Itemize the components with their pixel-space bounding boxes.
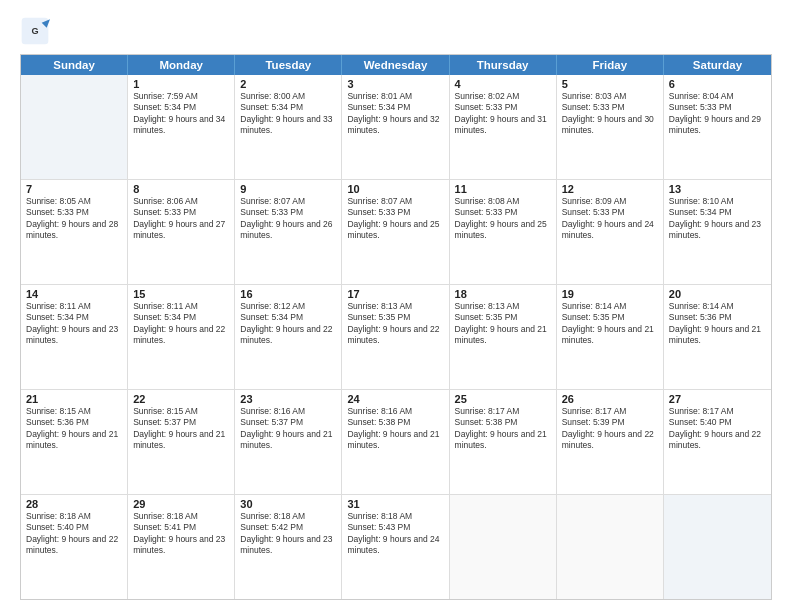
sunrise-text: Sunrise: 8:01 AM xyxy=(347,91,443,102)
calendar-body: 1Sunrise: 7:59 AMSunset: 5:34 PMDaylight… xyxy=(21,75,771,599)
calendar-cell-r4c1: 29Sunrise: 8:18 AMSunset: 5:41 PMDayligh… xyxy=(128,495,235,599)
sunset-text: Sunset: 5:39 PM xyxy=(562,417,658,428)
sunrise-text: Sunrise: 8:11 AM xyxy=(133,301,229,312)
daylight-text: Daylight: 9 hours and 22 minutes. xyxy=(562,429,658,452)
header-day-friday: Friday xyxy=(557,55,664,75)
day-number: 15 xyxy=(133,288,229,300)
daylight-text: Daylight: 9 hours and 28 minutes. xyxy=(26,219,122,242)
svg-text:G: G xyxy=(31,26,38,36)
sunset-text: Sunset: 5:34 PM xyxy=(240,312,336,323)
sunset-text: Sunset: 5:33 PM xyxy=(347,207,443,218)
sunset-text: Sunset: 5:34 PM xyxy=(669,207,766,218)
sunrise-text: Sunrise: 8:02 AM xyxy=(455,91,551,102)
sunset-text: Sunset: 5:42 PM xyxy=(240,522,336,533)
calendar-cell-r1c2: 9Sunrise: 8:07 AMSunset: 5:33 PMDaylight… xyxy=(235,180,342,284)
daylight-text: Daylight: 9 hours and 21 minutes. xyxy=(562,324,658,347)
daylight-text: Daylight: 9 hours and 31 minutes. xyxy=(455,114,551,137)
day-number: 9 xyxy=(240,183,336,195)
daylight-text: Daylight: 9 hours and 21 minutes. xyxy=(240,429,336,452)
calendar-cell-r0c0 xyxy=(21,75,128,179)
sunset-text: Sunset: 5:37 PM xyxy=(240,417,336,428)
day-number: 29 xyxy=(133,498,229,510)
sunrise-text: Sunrise: 8:16 AM xyxy=(347,406,443,417)
sunrise-text: Sunrise: 8:17 AM xyxy=(562,406,658,417)
day-number: 22 xyxy=(133,393,229,405)
sunrise-text: Sunrise: 8:18 AM xyxy=(133,511,229,522)
day-number: 19 xyxy=(562,288,658,300)
sunrise-text: Sunrise: 8:18 AM xyxy=(347,511,443,522)
sunrise-text: Sunrise: 8:05 AM xyxy=(26,196,122,207)
day-number: 4 xyxy=(455,78,551,90)
daylight-text: Daylight: 9 hours and 22 minutes. xyxy=(347,324,443,347)
daylight-text: Daylight: 9 hours and 21 minutes. xyxy=(133,429,229,452)
sunset-text: Sunset: 5:33 PM xyxy=(455,102,551,113)
calendar-cell-r4c0: 28Sunrise: 8:18 AMSunset: 5:40 PMDayligh… xyxy=(21,495,128,599)
sunrise-text: Sunrise: 8:10 AM xyxy=(669,196,766,207)
day-number: 6 xyxy=(669,78,766,90)
day-number: 5 xyxy=(562,78,658,90)
sunrise-text: Sunrise: 8:03 AM xyxy=(562,91,658,102)
header-day-wednesday: Wednesday xyxy=(342,55,449,75)
sunset-text: Sunset: 5:34 PM xyxy=(26,312,122,323)
daylight-text: Daylight: 9 hours and 33 minutes. xyxy=(240,114,336,137)
sunset-text: Sunset: 5:38 PM xyxy=(455,417,551,428)
daylight-text: Daylight: 9 hours and 21 minutes. xyxy=(669,324,766,347)
day-number: 30 xyxy=(240,498,336,510)
calendar-cell-r0c1: 1Sunrise: 7:59 AMSunset: 5:34 PMDaylight… xyxy=(128,75,235,179)
daylight-text: Daylight: 9 hours and 30 minutes. xyxy=(562,114,658,137)
calendar: SundayMondayTuesdayWednesdayThursdayFrid… xyxy=(20,54,772,600)
day-number: 27 xyxy=(669,393,766,405)
daylight-text: Daylight: 9 hours and 24 minutes. xyxy=(562,219,658,242)
sunset-text: Sunset: 5:33 PM xyxy=(562,102,658,113)
sunrise-text: Sunrise: 8:17 AM xyxy=(455,406,551,417)
calendar-cell-r2c2: 16Sunrise: 8:12 AMSunset: 5:34 PMDayligh… xyxy=(235,285,342,389)
daylight-text: Daylight: 9 hours and 21 minutes. xyxy=(455,429,551,452)
sunrise-text: Sunrise: 8:18 AM xyxy=(26,511,122,522)
sunset-text: Sunset: 5:36 PM xyxy=(669,312,766,323)
calendar-header: SundayMondayTuesdayWednesdayThursdayFrid… xyxy=(21,55,771,75)
sunset-text: Sunset: 5:35 PM xyxy=(347,312,443,323)
sunrise-text: Sunrise: 8:17 AM xyxy=(669,406,766,417)
day-number: 11 xyxy=(455,183,551,195)
calendar-cell-r2c4: 18Sunrise: 8:13 AMSunset: 5:35 PMDayligh… xyxy=(450,285,557,389)
day-number: 24 xyxy=(347,393,443,405)
sunset-text: Sunset: 5:41 PM xyxy=(133,522,229,533)
calendar-cell-r4c3: 31Sunrise: 8:18 AMSunset: 5:43 PMDayligh… xyxy=(342,495,449,599)
sunrise-text: Sunrise: 8:13 AM xyxy=(347,301,443,312)
calendar-cell-r0c4: 4Sunrise: 8:02 AMSunset: 5:33 PMDaylight… xyxy=(450,75,557,179)
daylight-text: Daylight: 9 hours and 22 minutes. xyxy=(133,324,229,347)
daylight-text: Daylight: 9 hours and 23 minutes. xyxy=(669,219,766,242)
calendar-cell-r0c6: 6Sunrise: 8:04 AMSunset: 5:33 PMDaylight… xyxy=(664,75,771,179)
sunrise-text: Sunrise: 7:59 AM xyxy=(133,91,229,102)
header: G xyxy=(20,16,772,46)
sunrise-text: Sunrise: 8:12 AM xyxy=(240,301,336,312)
day-number: 23 xyxy=(240,393,336,405)
day-number: 31 xyxy=(347,498,443,510)
calendar-cell-r4c5 xyxy=(557,495,664,599)
day-number: 3 xyxy=(347,78,443,90)
sunrise-text: Sunrise: 8:06 AM xyxy=(133,196,229,207)
sunset-text: Sunset: 5:35 PM xyxy=(562,312,658,323)
calendar-row-1: 7Sunrise: 8:05 AMSunset: 5:33 PMDaylight… xyxy=(21,180,771,285)
sunset-text: Sunset: 5:33 PM xyxy=(562,207,658,218)
daylight-text: Daylight: 9 hours and 21 minutes. xyxy=(455,324,551,347)
calendar-cell-r3c4: 25Sunrise: 8:17 AMSunset: 5:38 PMDayligh… xyxy=(450,390,557,494)
daylight-text: Daylight: 9 hours and 23 minutes. xyxy=(240,534,336,557)
calendar-cell-r3c2: 23Sunrise: 8:16 AMSunset: 5:37 PMDayligh… xyxy=(235,390,342,494)
daylight-text: Daylight: 9 hours and 34 minutes. xyxy=(133,114,229,137)
logo-icon: G xyxy=(20,16,50,46)
header-day-tuesday: Tuesday xyxy=(235,55,342,75)
calendar-row-4: 28Sunrise: 8:18 AMSunset: 5:40 PMDayligh… xyxy=(21,495,771,599)
day-number: 1 xyxy=(133,78,229,90)
day-number: 21 xyxy=(26,393,122,405)
sunrise-text: Sunrise: 8:14 AM xyxy=(562,301,658,312)
page: G SundayMondayTuesdayWednesdayThursdayFr… xyxy=(0,0,792,612)
sunset-text: Sunset: 5:33 PM xyxy=(669,102,766,113)
sunset-text: Sunset: 5:43 PM xyxy=(347,522,443,533)
day-number: 20 xyxy=(669,288,766,300)
header-day-saturday: Saturday xyxy=(664,55,771,75)
calendar-cell-r4c2: 30Sunrise: 8:18 AMSunset: 5:42 PMDayligh… xyxy=(235,495,342,599)
calendar-cell-r3c6: 27Sunrise: 8:17 AMSunset: 5:40 PMDayligh… xyxy=(664,390,771,494)
daylight-text: Daylight: 9 hours and 29 minutes. xyxy=(669,114,766,137)
day-number: 2 xyxy=(240,78,336,90)
